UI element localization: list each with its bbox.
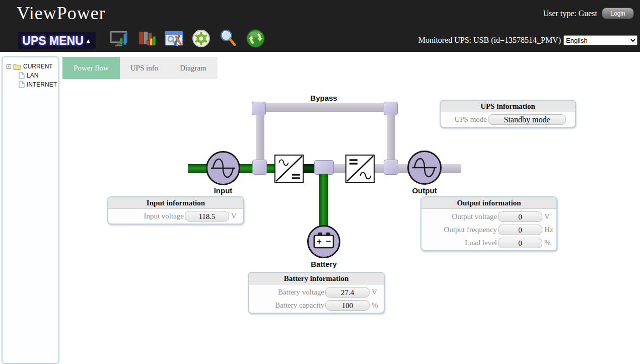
load-level-value: 0 [498,238,542,248]
sidebar-item-internet[interactable]: INTERNET [19,80,58,89]
row-label: Input voltage [108,212,185,221]
expand-icon[interactable]: + [7,64,11,69]
input-information-panel: Input information Input voltage 118.5 V [107,196,244,225]
output-information-panel: Output information Output voltage 0 V Ou… [420,196,557,251]
battery-voltage-value: 27.4 [325,287,370,298]
panel-row: Input voltage 118.5 V [108,209,243,224]
toolbar [109,28,266,49]
monitored-ups-label: Monitored UPS: USB (id=13578514_PMV) [418,36,561,45]
rectifier-box [274,155,304,183]
panel-row: Output voltage 0 V [421,210,556,223]
ac-sine-icon [207,153,239,184]
sidebar-item-label: INTERNET [27,81,57,88]
bypass-bar-left [256,111,264,162]
user-row: User type: Guest Login [543,8,634,19]
row-label: UPS mode [441,115,488,124]
panel-row: Battery voltage 27.4 V [249,285,384,299]
output-label: Output [399,186,450,195]
battery-label: Battery [299,260,349,268]
language-select[interactable]: English [563,35,637,45]
bypass-bar-horizontal [254,103,395,112]
sidebar-item-label: CURRENT [23,63,53,70]
battery-icon: + − [309,227,339,257]
ups-information-panel: UPS information UPS mode Standby mode [440,100,576,128]
input-label: Input [198,186,248,195]
inverter-box [345,155,375,183]
tab-bar: Power flow UPS info Diagram [62,57,218,79]
dc-ac-converter-icon [346,156,374,182]
bypass-corner-left [252,102,266,115]
user-type-label: User type: Guest [543,9,597,18]
battery-node: + − [307,225,340,258]
app-logo: ViewPower [17,3,106,24]
tab-diagram[interactable]: Diagram [169,57,218,79]
ac-sine-icon [409,152,440,183]
output-frequency-value: 0 [498,225,542,235]
settings-tools-icon[interactable] [164,28,184,49]
ups-tree: + CURRENT LAN [3,57,58,89]
junction-block-left [252,160,267,175]
sidebar-item-lan[interactable]: LAN [19,71,58,80]
battery-plus-symbol: + [317,236,322,246]
reports-icon[interactable] [136,28,157,49]
app-header: ViewPower UPS MENU ▲ [0,0,640,52]
battery-line-green [319,174,328,226]
panel-row: Battery capacity 100 % [249,299,384,312]
row-unit: V [542,212,553,221]
junction-block-right [384,160,398,175]
gear-button-icon[interactable] [191,28,211,49]
ac-dc-converter-icon [275,156,303,182]
refresh-icon[interactable] [245,28,266,49]
row-unit: % [542,239,553,247]
panel-row: UPS mode Standby mode [441,112,575,127]
tab-power-flow[interactable]: Power flow [62,57,120,79]
panel-row: Load level 0 % [421,236,556,249]
file-icon [19,81,25,88]
row-label: Load level [421,239,498,247]
login-button[interactable]: Login [602,8,634,19]
row-unit: % [370,301,381,310]
sidebar-item-label: LAN [27,72,38,79]
output-voltage-value: 0 [498,211,542,222]
search-icon[interactable] [218,28,239,49]
bypass-corner-right [384,102,398,115]
folder-icon [13,63,21,70]
row-unit: V [370,288,381,297]
input-source-node [206,151,240,185]
row-label: Output frequency [421,226,498,234]
row-unit: V [229,212,240,221]
battery-information-panel: Battery information Battery voltage 27.4… [248,272,385,314]
output-node [407,151,442,185]
sidebar: + CURRENT LAN [2,56,59,364]
panel-title: Output information [421,197,556,209]
panel-title: Input information [108,197,243,209]
ups-menu-label: UPS MENU [22,34,83,48]
row-unit: Hz [542,226,553,234]
panel-row: Output frequency 0 Hz [421,223,556,236]
battery-minus-symbol: − [326,236,331,246]
bypass-label: Bypass [299,94,349,102]
row-label: Output voltage [421,212,498,221]
monitor-chart-icon[interactable] [109,28,130,49]
menu-arrow-icon: ▲ [85,37,92,45]
ups-menu-button[interactable]: UPS MENU ▲ [18,32,96,49]
tab-ups-info[interactable]: UPS info [120,57,169,79]
bypass-bar-right [387,111,395,162]
ups-mode-value: Standby mode [488,114,566,125]
row-label: Battery capacity [249,301,325,310]
panel-title: UPS information [441,101,575,112]
panel-title: Battery information [249,273,384,284]
input-voltage-value: 118.5 [185,211,229,222]
file-icon [19,72,25,79]
battery-junction-block [314,160,334,175]
monitored-row: Monitored UPS: USB (id=13578514_PMV) Eng… [418,35,637,45]
battery-capacity-value: 100 [325,300,370,311]
row-label: Battery voltage [249,288,325,297]
sidebar-item-current[interactable]: + CURRENT [7,62,58,71]
